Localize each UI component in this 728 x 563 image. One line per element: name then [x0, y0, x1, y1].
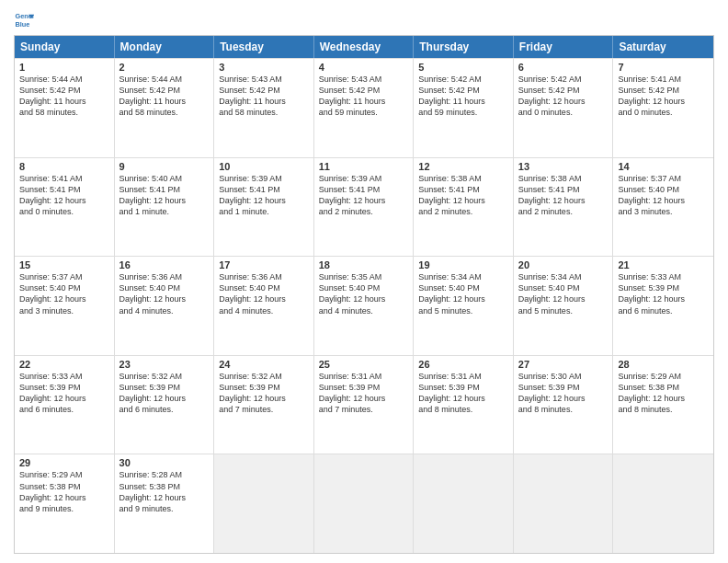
- calendar-cell: 30Sunrise: 5:28 AM Sunset: 5:38 PM Dayli…: [115, 454, 215, 553]
- calendar-cell: 9Sunrise: 5:40 AM Sunset: 5:41 PM Daylig…: [115, 158, 215, 257]
- day-number: 12: [418, 161, 508, 172]
- calendar-cell: 6Sunrise: 5:42 AM Sunset: 5:42 PM Daylig…: [514, 59, 614, 157]
- day-number: 20: [518, 259, 609, 270]
- cell-info: Sunrise: 5:30 AM Sunset: 5:39 PM Dayligh…: [518, 371, 609, 416]
- calendar-week: 29Sunrise: 5:29 AM Sunset: 5:38 PM Dayli…: [15, 454, 713, 553]
- cell-info: Sunrise: 5:41 AM Sunset: 5:41 PM Dayligh…: [19, 173, 109, 218]
- calendar-cell: 21Sunrise: 5:33 AM Sunset: 5:39 PM Dayli…: [613, 257, 713, 355]
- calendar-cell: [613, 454, 713, 553]
- calendar-cell: [514, 454, 614, 553]
- calendar-cell: 23Sunrise: 5:32 AM Sunset: 5:39 PM Dayli…: [115, 356, 215, 454]
- day-number: 4: [319, 62, 409, 73]
- day-number: 16: [119, 259, 210, 270]
- day-number: 5: [418, 62, 508, 73]
- cell-info: Sunrise: 5:37 AM Sunset: 5:40 PM Dayligh…: [618, 173, 709, 218]
- calendar-cell: [314, 454, 415, 553]
- day-number: 25: [319, 359, 409, 370]
- cell-info: Sunrise: 5:29 AM Sunset: 5:38 PM Dayligh…: [19, 469, 109, 514]
- cell-info: Sunrise: 5:43 AM Sunset: 5:42 PM Dayligh…: [319, 74, 409, 119]
- calendar-cell: [214, 454, 314, 553]
- day-of-week-header: Tuesday: [214, 36, 314, 58]
- calendar-cell: 27Sunrise: 5:30 AM Sunset: 5:39 PM Dayli…: [514, 356, 614, 454]
- cell-info: Sunrise: 5:35 AM Sunset: 5:40 PM Dayligh…: [319, 271, 409, 316]
- cell-info: Sunrise: 5:44 AM Sunset: 5:42 PM Dayligh…: [19, 74, 109, 119]
- day-number: 7: [618, 62, 709, 73]
- day-number: 24: [219, 359, 309, 370]
- cell-info: Sunrise: 5:33 AM Sunset: 5:39 PM Dayligh…: [19, 371, 109, 416]
- day-number: 1: [19, 62, 109, 73]
- cell-info: Sunrise: 5:28 AM Sunset: 5:38 PM Dayligh…: [119, 469, 210, 514]
- calendar-cell: 4Sunrise: 5:43 AM Sunset: 5:42 PM Daylig…: [314, 59, 415, 157]
- calendar-cell: 2Sunrise: 5:44 AM Sunset: 5:42 PM Daylig…: [115, 59, 215, 157]
- day-of-week-header: Sunday: [15, 36, 115, 58]
- cell-info: Sunrise: 5:33 AM Sunset: 5:39 PM Dayligh…: [618, 271, 709, 316]
- cell-info: Sunrise: 5:39 AM Sunset: 5:41 PM Dayligh…: [219, 173, 309, 218]
- calendar-cell: 17Sunrise: 5:36 AM Sunset: 5:40 PM Dayli…: [214, 257, 314, 355]
- svg-text:Blue: Blue: [15, 20, 29, 29]
- calendar-body: 1Sunrise: 5:44 AM Sunset: 5:42 PM Daylig…: [15, 58, 713, 553]
- day-number: 28: [618, 359, 709, 370]
- day-number: 22: [19, 359, 109, 370]
- calendar-cell: 14Sunrise: 5:37 AM Sunset: 5:40 PM Dayli…: [613, 158, 713, 257]
- calendar-cell: 3Sunrise: 5:43 AM Sunset: 5:42 PM Daylig…: [214, 59, 314, 157]
- cell-info: Sunrise: 5:29 AM Sunset: 5:38 PM Dayligh…: [618, 371, 709, 416]
- calendar-cell: 22Sunrise: 5:33 AM Sunset: 5:39 PM Dayli…: [15, 356, 115, 454]
- calendar-cell: 24Sunrise: 5:32 AM Sunset: 5:39 PM Dayli…: [214, 356, 314, 454]
- calendar-week: 15Sunrise: 5:37 AM Sunset: 5:40 PM Dayli…: [15, 256, 713, 355]
- logo: General Blue: [14, 9, 34, 29]
- day-of-week-header: Monday: [115, 36, 215, 58]
- calendar-cell: 26Sunrise: 5:31 AM Sunset: 5:39 PM Dayli…: [414, 356, 514, 454]
- cell-info: Sunrise: 5:44 AM Sunset: 5:42 PM Dayligh…: [119, 74, 210, 119]
- calendar-header: SundayMondayTuesdayWednesdayThursdayFrid…: [15, 36, 713, 58]
- cell-info: Sunrise: 5:39 AM Sunset: 5:41 PM Dayligh…: [319, 173, 409, 218]
- cell-info: Sunrise: 5:32 AM Sunset: 5:39 PM Dayligh…: [219, 371, 309, 416]
- day-number: 30: [119, 457, 210, 468]
- calendar-cell: 20Sunrise: 5:34 AM Sunset: 5:40 PM Dayli…: [514, 257, 614, 355]
- calendar-cell: 28Sunrise: 5:29 AM Sunset: 5:38 PM Dayli…: [613, 356, 713, 454]
- day-number: 21: [618, 259, 709, 270]
- cell-info: Sunrise: 5:36 AM Sunset: 5:40 PM Dayligh…: [119, 271, 210, 316]
- cell-info: Sunrise: 5:34 AM Sunset: 5:40 PM Dayligh…: [518, 271, 609, 316]
- day-number: 19: [418, 259, 508, 270]
- cell-info: Sunrise: 5:43 AM Sunset: 5:42 PM Dayligh…: [219, 74, 309, 119]
- calendar-cell: 5Sunrise: 5:42 AM Sunset: 5:42 PM Daylig…: [414, 59, 514, 157]
- day-number: 3: [219, 62, 309, 73]
- day-of-week-header: Wednesday: [314, 36, 415, 58]
- calendar-cell: 12Sunrise: 5:38 AM Sunset: 5:41 PM Dayli…: [414, 158, 514, 257]
- cell-info: Sunrise: 5:32 AM Sunset: 5:39 PM Dayligh…: [119, 371, 210, 416]
- header: General Blue: [14, 9, 714, 29]
- day-number: 17: [219, 259, 309, 270]
- day-number: 10: [219, 161, 309, 172]
- day-number: 15: [19, 259, 109, 270]
- day-number: 18: [319, 259, 409, 270]
- calendar-cell: 8Sunrise: 5:41 AM Sunset: 5:41 PM Daylig…: [15, 158, 115, 257]
- cell-info: Sunrise: 5:31 AM Sunset: 5:39 PM Dayligh…: [418, 371, 508, 416]
- day-number: 26: [418, 359, 508, 370]
- day-number: 8: [19, 161, 109, 172]
- cell-info: Sunrise: 5:41 AM Sunset: 5:42 PM Dayligh…: [618, 74, 709, 119]
- calendar-week: 1Sunrise: 5:44 AM Sunset: 5:42 PM Daylig…: [15, 58, 713, 157]
- cell-info: Sunrise: 5:40 AM Sunset: 5:41 PM Dayligh…: [119, 173, 210, 218]
- calendar-week: 22Sunrise: 5:33 AM Sunset: 5:39 PM Dayli…: [15, 355, 713, 454]
- calendar: SundayMondayTuesdayWednesdayThursdayFrid…: [14, 35, 714, 554]
- calendar-cell: 16Sunrise: 5:36 AM Sunset: 5:40 PM Dayli…: [115, 257, 215, 355]
- day-number: 11: [319, 161, 409, 172]
- cell-info: Sunrise: 5:36 AM Sunset: 5:40 PM Dayligh…: [219, 271, 309, 316]
- cell-info: Sunrise: 5:34 AM Sunset: 5:40 PM Dayligh…: [418, 271, 508, 316]
- day-number: 2: [119, 62, 210, 73]
- day-of-week-header: Saturday: [613, 36, 713, 58]
- logo-icon: General Blue: [14, 9, 34, 29]
- cell-info: Sunrise: 5:37 AM Sunset: 5:40 PM Dayligh…: [19, 271, 109, 316]
- cell-info: Sunrise: 5:42 AM Sunset: 5:42 PM Dayligh…: [418, 74, 508, 119]
- cell-info: Sunrise: 5:38 AM Sunset: 5:41 PM Dayligh…: [518, 173, 609, 218]
- day-number: 23: [119, 359, 210, 370]
- day-number: 9: [119, 161, 210, 172]
- day-number: 14: [618, 161, 709, 172]
- day-number: 13: [518, 161, 609, 172]
- day-number: 6: [518, 62, 609, 73]
- calendar-week: 8Sunrise: 5:41 AM Sunset: 5:41 PM Daylig…: [15, 157, 713, 257]
- day-number: 27: [518, 359, 609, 370]
- cell-info: Sunrise: 5:38 AM Sunset: 5:41 PM Dayligh…: [418, 173, 508, 218]
- day-of-week-header: Friday: [514, 36, 614, 58]
- calendar-cell: [414, 454, 514, 553]
